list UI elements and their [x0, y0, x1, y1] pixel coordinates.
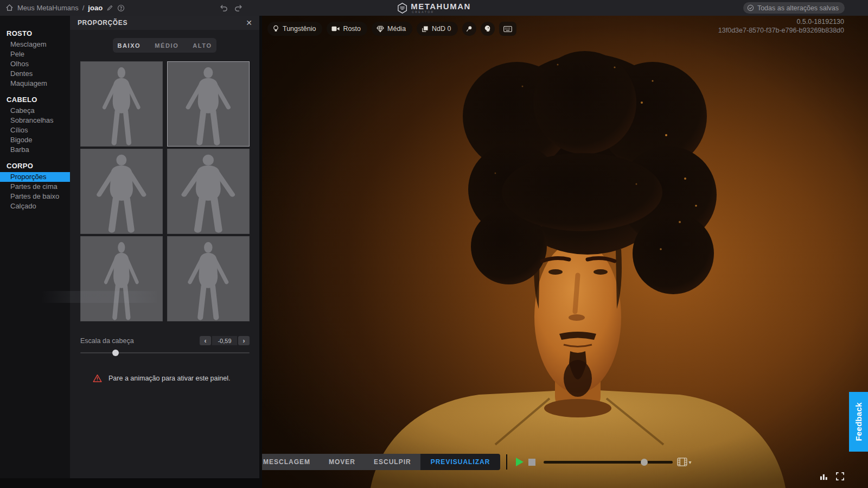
- camera-label: Rosto: [343, 25, 361, 33]
- breadcrumb-root[interactable]: Meus MetaHumans: [17, 4, 79, 12]
- playback-slider-thumb[interactable]: [641, 459, 648, 466]
- lighting-button[interactable]: Tungstênio: [267, 22, 322, 36]
- chevron-down-icon: ▾: [688, 459, 691, 465]
- head-scale-label: Escala da cabeça: [80, 337, 134, 345]
- mode-toolbar: MESCLAGEM MOVER ESCULPIR PREVISUALIZAR ▾: [262, 454, 691, 470]
- panel-header: PROPORÇÕES ✕: [70, 16, 259, 30]
- mode-mesclagem[interactable]: MESCLAGEM: [262, 454, 320, 470]
- section-title-cabelo: CABELO: [0, 96, 70, 106]
- bottom-strip: [0, 478, 262, 488]
- version-text: 0.5.0-18192130: [718, 18, 844, 26]
- lod-button[interactable]: NdD 0: [417, 22, 457, 36]
- build-id-text: 13f0d3e7-8570-f37b-e796-b93269b838d0: [718, 27, 844, 34]
- mode-segments: MESCLAGEM MOVER ESCULPIR PREVISUALIZAR: [262, 454, 500, 470]
- metahuman-logo-icon: [397, 3, 407, 14]
- body-thumbnail-5[interactable]: [80, 236, 163, 321]
- mode-esculpir[interactable]: ESCULPIR: [365, 454, 420, 470]
- sidebar-item-maquiagem[interactable]: Maquiagem: [0, 79, 70, 88]
- logo-subtitle: CREATOR: [412, 11, 434, 14]
- chevron-left-icon[interactable]: ‹: [200, 336, 211, 345]
- chevron-right-icon[interactable]: ›: [238, 336, 250, 345]
- camera-icon: [331, 26, 340, 32]
- tab-baixo[interactable]: BAIXO: [110, 42, 148, 49]
- height-tabs: BAIXO MÉDIO ALTO: [113, 38, 216, 53]
- body-thumbnail-3[interactable]: [80, 149, 163, 234]
- head-scale-value[interactable]: -0,59: [212, 336, 237, 345]
- animation-select[interactable]: ▾: [677, 458, 691, 466]
- head-scale-row: Escala da cabeça ‹ -0,59 ›: [80, 336, 250, 345]
- warning-text: Pare a animação para ativar este painel.: [108, 375, 230, 382]
- sidebar-item-dentes[interactable]: Dentes: [0, 69, 70, 79]
- playback-slider-track[interactable]: [544, 461, 673, 464]
- fullscreen-icon[interactable]: [836, 472, 844, 480]
- history-controls: [219, 0, 243, 16]
- logo-title: METAHUMAN: [411, 2, 471, 10]
- home-icon[interactable]: [5, 4, 14, 12]
- help-icon[interactable]: [117, 4, 125, 12]
- keyboard-icon: [503, 26, 512, 32]
- body-type-grid: [80, 61, 250, 321]
- stop-button[interactable]: [528, 459, 535, 466]
- groom-icon: [465, 26, 473, 33]
- head-profile-icon: [484, 25, 491, 33]
- sidebar-item-proporcoes[interactable]: Proporções: [0, 172, 70, 182]
- playback-slider[interactable]: [544, 458, 673, 466]
- sidebar-item-calcado[interactable]: Calçado: [0, 201, 70, 211]
- sidebar-item-olhos[interactable]: Olhos: [0, 59, 70, 69]
- quality-button[interactable]: Média: [372, 22, 412, 36]
- camera-button[interactable]: Rosto: [327, 22, 367, 36]
- head-view-button[interactable]: [481, 22, 495, 36]
- section-title-rosto: ROSTO: [0, 29, 70, 40]
- sidebar-item-bigode[interactable]: Bigode: [0, 135, 70, 145]
- head-scale-slider-track[interactable]: [80, 352, 250, 353]
- redo-icon[interactable]: [234, 4, 243, 12]
- category-sidebar: ROSTO Mesclagem Pele Olhos Dentes Maquia…: [0, 16, 70, 488]
- viewport-toolbar: Tungstênio Rosto Média: [267, 22, 516, 36]
- sidebar-item-partes-de-cima[interactable]: Partes de cima: [0, 182, 70, 192]
- play-button[interactable]: [516, 458, 524, 466]
- build-info: 0.5.0-18192130 13f0d3e7-8570-f37b-e796-b…: [718, 18, 844, 34]
- mode-previsualizar[interactable]: PREVISUALIZAR: [420, 454, 501, 470]
- metahuman-logo: METAHUMAN CREATOR: [397, 0, 471, 16]
- body-thumbnail-4[interactable]: [167, 149, 250, 234]
- head-scale-stepper: ‹ -0,59 ›: [200, 336, 250, 345]
- viewport-3d[interactable]: Tungstênio Rosto Média: [262, 16, 868, 488]
- character-render: [262, 16, 868, 488]
- undo-icon[interactable]: [219, 4, 228, 12]
- rename-icon[interactable]: [106, 4, 113, 11]
- sidebar-item-mesclagem[interactable]: Mesclagem: [0, 40, 70, 49]
- metahuman-creator-app: Meus MetaHumans / joao METAHUMAN: [0, 0, 868, 488]
- tab-medio[interactable]: MÉDIO: [148, 42, 186, 49]
- sidebar-item-cilios[interactable]: Cílios: [0, 125, 70, 135]
- warning-icon: [93, 374, 102, 383]
- saved-check-icon: [747, 4, 754, 11]
- save-status-text: Todas as alterações salvas: [757, 4, 839, 12]
- head-scale-slider-thumb[interactable]: [112, 350, 119, 356]
- performance-stats-icon[interactable]: [820, 472, 828, 480]
- breadcrumb-separator: /: [82, 4, 85, 12]
- body-thumbnail-6[interactable]: [167, 236, 250, 321]
- top-bar: Meus MetaHumans / joao METAHUMAN: [0, 0, 868, 16]
- section-title-corpo: CORPO: [0, 162, 70, 172]
- sidebar-item-sobrancelhas[interactable]: Sobrancelhas: [0, 116, 70, 125]
- feedback-label: Feedback: [854, 402, 863, 441]
- body-thumbnail-1[interactable]: [80, 61, 163, 147]
- sidebar-item-cabeca[interactable]: Cabeça: [0, 106, 70, 116]
- sidebar-item-partes-de-baixo[interactable]: Partes de baixo: [0, 192, 70, 201]
- close-icon[interactable]: ✕: [246, 19, 252, 27]
- head-scale-slider[interactable]: [80, 350, 250, 356]
- mode-mover[interactable]: MOVER: [320, 454, 365, 470]
- panel-title: PROPORÇÕES: [78, 19, 127, 27]
- lighting-label: Tungstênio: [283, 25, 316, 33]
- gem-icon: [376, 26, 384, 33]
- feedback-button[interactable]: Feedback: [849, 392, 868, 452]
- panel-warning: Pare a animação para ativar este painel.: [93, 374, 250, 383]
- tab-alto[interactable]: ALTO: [186, 42, 219, 49]
- lod-layers-icon: [422, 26, 429, 33]
- groom-tool-button[interactable]: [462, 22, 476, 36]
- lod-label: NdD 0: [432, 25, 451, 33]
- sidebar-item-barba[interactable]: Barba: [0, 145, 70, 155]
- keyboard-shortcuts-button[interactable]: [499, 22, 516, 36]
- sidebar-item-pele[interactable]: Pele: [0, 49, 70, 59]
- body-thumbnail-2-selected[interactable]: [167, 61, 250, 147]
